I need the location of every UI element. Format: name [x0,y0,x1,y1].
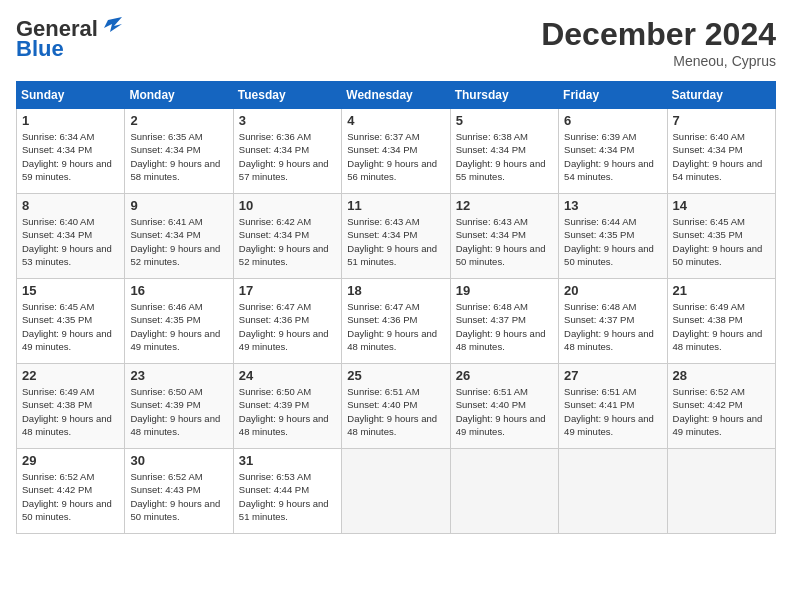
day-info: Sunrise: 6:40 AMSunset: 4:34 PMDaylight:… [22,216,112,267]
day-info: Sunrise: 6:37 AMSunset: 4:34 PMDaylight:… [347,131,437,182]
day-info: Sunrise: 6:48 AMSunset: 4:37 PMDaylight:… [456,301,546,352]
calendar-cell: 10 Sunrise: 6:42 AMSunset: 4:34 PMDaylig… [233,194,341,279]
title-section: December 2024 Meneou, Cyprus [541,16,776,69]
calendar-cell: 8 Sunrise: 6:40 AMSunset: 4:34 PMDayligh… [17,194,125,279]
day-number: 5 [456,113,553,128]
day-number: 3 [239,113,336,128]
day-number: 2 [130,113,227,128]
day-info: Sunrise: 6:40 AMSunset: 4:34 PMDaylight:… [673,131,763,182]
day-info: Sunrise: 6:52 AMSunset: 4:42 PMDaylight:… [673,386,763,437]
calendar-cell: 3 Sunrise: 6:36 AMSunset: 4:34 PMDayligh… [233,109,341,194]
calendar-cell: 29 Sunrise: 6:52 AMSunset: 4:42 PMDaylig… [17,449,125,534]
day-info: Sunrise: 6:49 AMSunset: 4:38 PMDaylight:… [673,301,763,352]
day-number: 25 [347,368,444,383]
day-info: Sunrise: 6:52 AMSunset: 4:42 PMDaylight:… [22,471,112,522]
calendar-cell: 17 Sunrise: 6:47 AMSunset: 4:36 PMDaylig… [233,279,341,364]
calendar-cell: 13 Sunrise: 6:44 AMSunset: 4:35 PMDaylig… [559,194,667,279]
day-info: Sunrise: 6:34 AMSunset: 4:34 PMDaylight:… [22,131,112,182]
day-info: Sunrise: 6:48 AMSunset: 4:37 PMDaylight:… [564,301,654,352]
day-number: 29 [22,453,119,468]
day-number: 13 [564,198,661,213]
day-info: Sunrise: 6:36 AMSunset: 4:34 PMDaylight:… [239,131,329,182]
calendar-cell: 24 Sunrise: 6:50 AMSunset: 4:39 PMDaylig… [233,364,341,449]
column-header-friday: Friday [559,82,667,109]
calendar-cell: 26 Sunrise: 6:51 AMSunset: 4:40 PMDaylig… [450,364,558,449]
calendar-cell: 5 Sunrise: 6:38 AMSunset: 4:34 PMDayligh… [450,109,558,194]
calendar-week-2: 8 Sunrise: 6:40 AMSunset: 4:34 PMDayligh… [17,194,776,279]
day-number: 30 [130,453,227,468]
column-header-saturday: Saturday [667,82,775,109]
day-info: Sunrise: 6:47 AMSunset: 4:36 PMDaylight:… [347,301,437,352]
day-info: Sunrise: 6:51 AMSunset: 4:41 PMDaylight:… [564,386,654,437]
day-number: 11 [347,198,444,213]
day-number: 6 [564,113,661,128]
day-number: 9 [130,198,227,213]
calendar-week-3: 15 Sunrise: 6:45 AMSunset: 4:35 PMDaylig… [17,279,776,364]
day-number: 28 [673,368,770,383]
day-info: Sunrise: 6:50 AMSunset: 4:39 PMDaylight:… [130,386,220,437]
calendar-week-5: 29 Sunrise: 6:52 AMSunset: 4:42 PMDaylig… [17,449,776,534]
calendar-cell: 30 Sunrise: 6:52 AMSunset: 4:43 PMDaylig… [125,449,233,534]
calendar-cell: 21 Sunrise: 6:49 AMSunset: 4:38 PMDaylig… [667,279,775,364]
day-info: Sunrise: 6:43 AMSunset: 4:34 PMDaylight:… [456,216,546,267]
calendar-cell: 4 Sunrise: 6:37 AMSunset: 4:34 PMDayligh… [342,109,450,194]
calendar-cell: 20 Sunrise: 6:48 AMSunset: 4:37 PMDaylig… [559,279,667,364]
calendar-cell: 9 Sunrise: 6:41 AMSunset: 4:34 PMDayligh… [125,194,233,279]
day-number: 27 [564,368,661,383]
location: Meneou, Cyprus [541,53,776,69]
day-info: Sunrise: 6:35 AMSunset: 4:34 PMDaylight:… [130,131,220,182]
logo-text-blue: Blue [16,36,64,62]
calendar-cell [342,449,450,534]
month-title: December 2024 [541,16,776,53]
logo-bird-icon [100,16,122,38]
day-info: Sunrise: 6:47 AMSunset: 4:36 PMDaylight:… [239,301,329,352]
calendar-cell: 28 Sunrise: 6:52 AMSunset: 4:42 PMDaylig… [667,364,775,449]
day-number: 16 [130,283,227,298]
day-info: Sunrise: 6:51 AMSunset: 4:40 PMDaylight:… [347,386,437,437]
day-info: Sunrise: 6:51 AMSunset: 4:40 PMDaylight:… [456,386,546,437]
day-info: Sunrise: 6:45 AMSunset: 4:35 PMDaylight:… [673,216,763,267]
day-info: Sunrise: 6:42 AMSunset: 4:34 PMDaylight:… [239,216,329,267]
calendar-table: SundayMondayTuesdayWednesdayThursdayFrid… [16,81,776,534]
column-header-sunday: Sunday [17,82,125,109]
calendar-cell: 23 Sunrise: 6:50 AMSunset: 4:39 PMDaylig… [125,364,233,449]
calendar-cell: 19 Sunrise: 6:48 AMSunset: 4:37 PMDaylig… [450,279,558,364]
column-header-wednesday: Wednesday [342,82,450,109]
day-number: 26 [456,368,553,383]
calendar-cell: 14 Sunrise: 6:45 AMSunset: 4:35 PMDaylig… [667,194,775,279]
day-number: 4 [347,113,444,128]
day-info: Sunrise: 6:45 AMSunset: 4:35 PMDaylight:… [22,301,112,352]
calendar-cell: 31 Sunrise: 6:53 AMSunset: 4:44 PMDaylig… [233,449,341,534]
day-number: 18 [347,283,444,298]
day-info: Sunrise: 6:49 AMSunset: 4:38 PMDaylight:… [22,386,112,437]
day-info: Sunrise: 6:44 AMSunset: 4:35 PMDaylight:… [564,216,654,267]
calendar-week-4: 22 Sunrise: 6:49 AMSunset: 4:38 PMDaylig… [17,364,776,449]
calendar-cell [559,449,667,534]
day-info: Sunrise: 6:43 AMSunset: 4:34 PMDaylight:… [347,216,437,267]
day-number: 15 [22,283,119,298]
calendar-cell [667,449,775,534]
page-header: General Blue December 2024 Meneou, Cypru… [16,16,776,69]
calendar-cell: 27 Sunrise: 6:51 AMSunset: 4:41 PMDaylig… [559,364,667,449]
logo: General Blue [16,16,122,62]
calendar-cell: 15 Sunrise: 6:45 AMSunset: 4:35 PMDaylig… [17,279,125,364]
column-header-monday: Monday [125,82,233,109]
calendar-cell: 22 Sunrise: 6:49 AMSunset: 4:38 PMDaylig… [17,364,125,449]
day-number: 1 [22,113,119,128]
calendar-cell: 1 Sunrise: 6:34 AMSunset: 4:34 PMDayligh… [17,109,125,194]
calendar-cell: 6 Sunrise: 6:39 AMSunset: 4:34 PMDayligh… [559,109,667,194]
day-number: 24 [239,368,336,383]
column-header-tuesday: Tuesday [233,82,341,109]
day-number: 21 [673,283,770,298]
day-number: 23 [130,368,227,383]
day-info: Sunrise: 6:52 AMSunset: 4:43 PMDaylight:… [130,471,220,522]
day-info: Sunrise: 6:46 AMSunset: 4:35 PMDaylight:… [130,301,220,352]
day-info: Sunrise: 6:53 AMSunset: 4:44 PMDaylight:… [239,471,329,522]
calendar-cell [450,449,558,534]
day-number: 17 [239,283,336,298]
day-number: 7 [673,113,770,128]
column-header-thursday: Thursday [450,82,558,109]
day-info: Sunrise: 6:41 AMSunset: 4:34 PMDaylight:… [130,216,220,267]
svg-marker-0 [104,17,122,32]
day-number: 20 [564,283,661,298]
